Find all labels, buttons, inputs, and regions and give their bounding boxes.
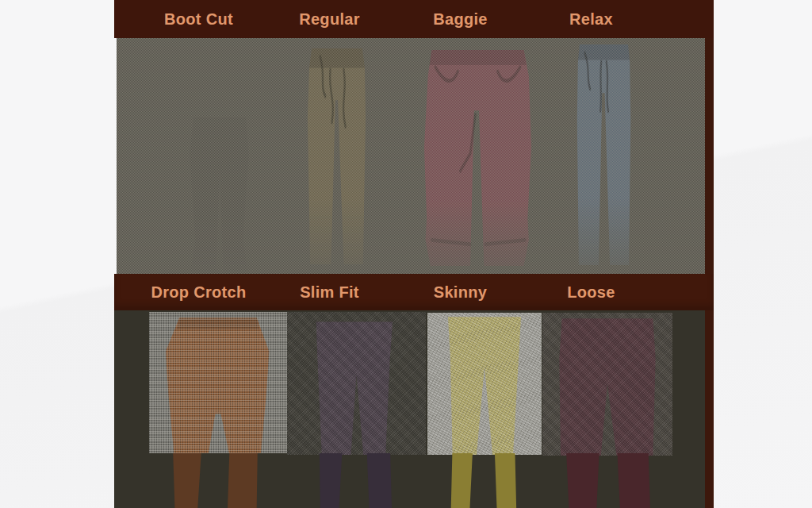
pants-image-baggie[interactable] [416, 50, 540, 266]
category-label-drop-crotch: Drop Crotch [133, 283, 264, 302]
pants-legs-loose [565, 453, 651, 508]
catalog-panel: Boot Cut Regular Baggie Relax [114, 0, 714, 508]
jeans-style-picker: Boot Cut Regular Baggie Relax [0, 0, 812, 508]
pants-swatch-slim-fit[interactable] [287, 312, 426, 455]
pants-image-boot-cut[interactable] [173, 117, 266, 271]
right-border [705, 0, 714, 508]
bottom-category-labels: Drop Crotch Slim Fit Skinny Loose [133, 283, 657, 302]
category-label-baggie: Baggie [395, 10, 526, 29]
category-label-boot-cut: Boot Cut [133, 10, 264, 29]
category-label-regular: Regular [264, 10, 395, 29]
pants-legs-drop-crotch [171, 453, 259, 508]
top-styles-gallery [117, 38, 705, 274]
top-category-labels: Boot Cut Regular Baggie Relax [133, 10, 657, 29]
pants-legs-skinny [450, 453, 517, 508]
category-label-slim-fit: Slim Fit [264, 283, 395, 302]
pants-swatch-skinny[interactable] [427, 313, 542, 455]
pants-legs-slim-fit [317, 453, 393, 508]
category-label-loose: Loose [526, 283, 657, 302]
bottom-styles-gallery [114, 310, 705, 508]
bottom-category-bar: Drop Crotch Slim Fit Skinny Loose [114, 274, 714, 310]
pants-image-regular[interactable] [295, 48, 379, 264]
category-label-relax: Relax [526, 10, 657, 29]
pants-swatch-drop-crotch[interactable] [149, 312, 287, 453]
pants-swatch-loose[interactable] [542, 313, 672, 456]
pants-image-relax[interactable] [561, 44, 647, 265]
category-label-skinny: Skinny [395, 283, 526, 302]
top-category-bar: Boot Cut Regular Baggie Relax [114, 0, 714, 38]
